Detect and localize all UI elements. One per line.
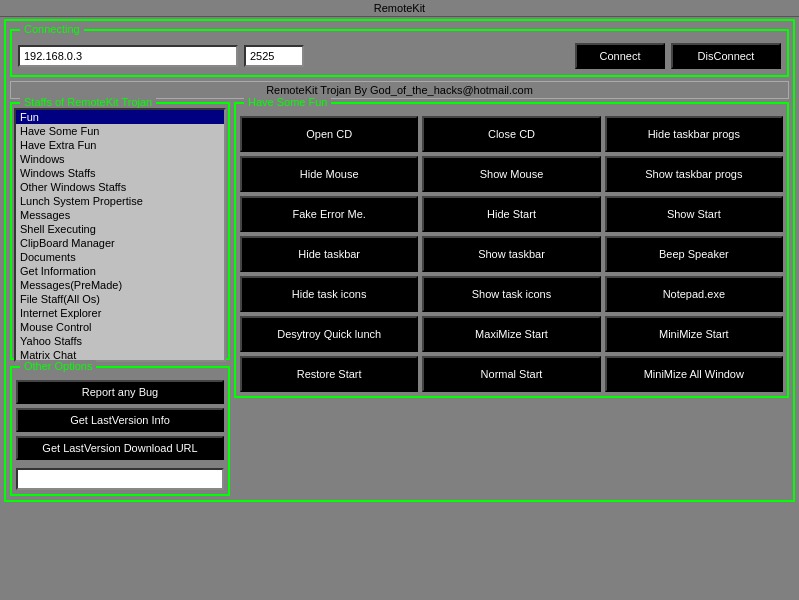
list-item[interactable]: File Staff(All Os) [16, 292, 224, 306]
fun-button[interactable]: Show task icons [422, 276, 600, 312]
fun-button-grid: Open CDClose CDHide taskbar progsHide Mo… [240, 116, 783, 392]
fun-button[interactable]: Show taskbar progs [605, 156, 783, 192]
window-title: RemoteKit [374, 2, 425, 14]
staff-list-box: Staffs of RemoteKit Trojan FunHave Some … [10, 102, 230, 360]
fun-button[interactable]: MiniMize Start [605, 316, 783, 352]
staff-list-title: Staffs of RemoteKit Trojan [20, 96, 156, 108]
list-item[interactable]: Lunch System Propertise [16, 194, 224, 208]
fun-button[interactable]: MaxiMize Start [422, 316, 600, 352]
main-window: Connecting Connect DisConnect RemoteKit … [4, 19, 795, 502]
connect-button[interactable]: Connect [575, 43, 665, 69]
fun-button[interactable]: Restore Start [240, 356, 418, 392]
fun-button[interactable]: Show Mouse [422, 156, 600, 192]
list-item[interactable]: Yahoo Staffs [16, 334, 224, 348]
list-item[interactable]: Fun [16, 110, 224, 124]
list-item[interactable]: Get Information [16, 264, 224, 278]
list-item[interactable]: ClipBoard Manager [16, 236, 224, 250]
fun-button[interactable]: Fake Error Me. [240, 196, 418, 232]
title-bar: RemoteKit [0, 0, 799, 17]
left-panel: Staffs of RemoteKit Trojan FunHave Some … [10, 102, 230, 496]
fun-button[interactable]: Desytroy Quick lunch [240, 316, 418, 352]
fun-button[interactable]: Hide taskbar [240, 236, 418, 272]
ip-input[interactable] [18, 45, 238, 67]
credit-text: RemoteKit Trojan By God_of_the_hacks@hot… [266, 84, 533, 96]
list-item[interactable]: Have Extra Fun [16, 138, 224, 152]
other-options-box: Other Options Report any Bug Get LastVer… [10, 366, 230, 496]
last-version-url-button[interactable]: Get LastVersion Download URL [16, 436, 224, 460]
disconnect-button[interactable]: DisConnect [671, 43, 781, 69]
port-input[interactable] [244, 45, 304, 67]
fun-button[interactable]: Open CD [240, 116, 418, 152]
list-item[interactable]: Have Some Fun [16, 124, 224, 138]
list-item[interactable]: Windows Staffs [16, 166, 224, 180]
fun-button[interactable]: Hide Start [422, 196, 600, 232]
bottom-input[interactable] [16, 468, 224, 490]
connecting-title: Connecting [20, 23, 84, 35]
right-panel: Have Some Fun Open CDClose CDHide taskba… [234, 102, 789, 496]
fun-button[interactable]: MiniMize All Window [605, 356, 783, 392]
last-version-button[interactable]: Get LastVersion Info [16, 408, 224, 432]
list-item[interactable]: Windows [16, 152, 224, 166]
fun-box-title: Have Some Fun [244, 96, 331, 108]
list-item[interactable]: Messages(PreMade) [16, 278, 224, 292]
fun-button[interactable]: Beep Speaker [605, 236, 783, 272]
fun-button[interactable]: Notepad.exe [605, 276, 783, 312]
fun-button[interactable]: Show taskbar [422, 236, 600, 272]
list-item[interactable]: Shell Executing [16, 222, 224, 236]
fun-button[interactable]: Hide Mouse [240, 156, 418, 192]
list-item[interactable]: Messages [16, 208, 224, 222]
list-item[interactable]: Other Windows Staffs [16, 180, 224, 194]
fun-button[interactable]: Show Start [605, 196, 783, 232]
list-item[interactable]: Documents [16, 250, 224, 264]
list-item[interactable]: Mouse Control [16, 320, 224, 334]
fun-box: Have Some Fun Open CDClose CDHide taskba… [234, 102, 789, 398]
staff-list-scroll[interactable]: FunHave Some FunHave Extra FunWindowsWin… [14, 108, 226, 362]
other-options-title: Other Options [20, 360, 96, 372]
report-bug-button[interactable]: Report any Bug [16, 380, 224, 404]
fun-button[interactable]: Hide taskbar progs [605, 116, 783, 152]
fun-button[interactable]: Close CD [422, 116, 600, 152]
list-item[interactable]: Internet Explorer [16, 306, 224, 320]
fun-button[interactable]: Hide task icons [240, 276, 418, 312]
connecting-group: Connecting Connect DisConnect [10, 29, 789, 77]
fun-button[interactable]: Normal Start [422, 356, 600, 392]
